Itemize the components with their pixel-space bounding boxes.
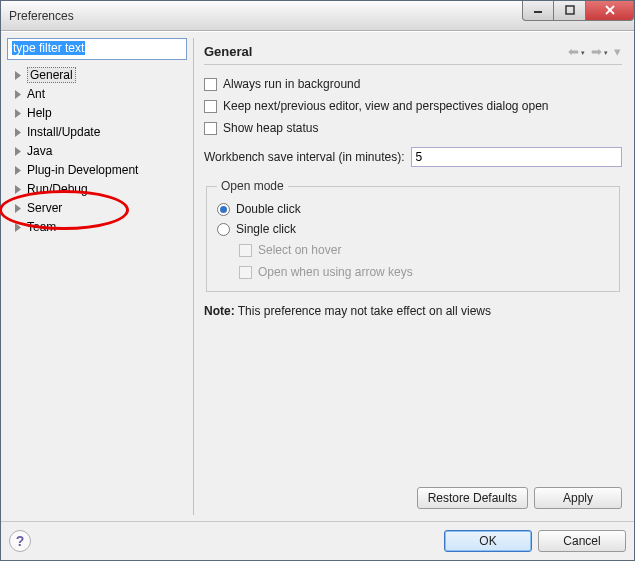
svg-marker-9 <box>15 166 21 175</box>
ok-button[interactable]: OK <box>444 530 532 552</box>
svg-marker-5 <box>15 90 21 99</box>
open-mode-group: Open mode Double click Single click Sele… <box>206 179 620 292</box>
svg-marker-8 <box>15 147 21 156</box>
radio-single-click[interactable]: Single click <box>217 219 609 239</box>
divider <box>204 64 622 65</box>
svg-marker-12 <box>15 223 21 232</box>
minimize-button[interactable] <box>522 1 554 21</box>
note-label: Note: <box>204 304 235 318</box>
help-icon[interactable]: ? <box>9 530 31 552</box>
check-label: Select on hover <box>258 243 341 257</box>
check-show-heap[interactable]: Show heap status <box>204 119 622 137</box>
check-keep-next-prev[interactable]: Keep next/previous editor, view and pers… <box>204 97 622 115</box>
tree-item-general[interactable]: General <box>7 66 187 84</box>
tree-label: Help <box>27 106 52 120</box>
category-tree[interactable]: General Ant Help Install/Update Java <box>7 64 187 515</box>
restore-defaults-button[interactable]: Restore Defaults <box>417 487 528 509</box>
radio-icon <box>217 203 230 216</box>
nav-back-icon[interactable]: ⬅ <box>567 44 586 59</box>
expander-icon[interactable] <box>13 70 23 80</box>
svg-marker-10 <box>15 185 21 194</box>
nav-icons: ⬅ ➡ ▾ <box>567 44 622 59</box>
dialog-body: type filter text General Ant Help Insta <box>1 31 634 521</box>
tree-label: Run/Debug <box>27 182 88 196</box>
expander-icon[interactable] <box>13 203 23 213</box>
footer: ? OK Cancel <box>1 521 634 560</box>
checkbox-icon <box>239 266 252 279</box>
tree-item-ant[interactable]: Ant <box>7 85 187 103</box>
expander-icon[interactable] <box>13 108 23 118</box>
check-label: Keep next/previous editor, view and pers… <box>223 99 549 113</box>
close-button[interactable] <box>586 1 634 21</box>
note-text: This preference may not take effect on a… <box>235 304 491 318</box>
checkbox-icon <box>239 244 252 257</box>
save-interval-input[interactable]: 5 <box>411 147 622 167</box>
save-interval-row: Workbench save interval (in minutes): 5 <box>204 147 622 167</box>
page-buttons: Restore Defaults Apply <box>204 487 622 509</box>
svg-marker-4 <box>15 71 21 80</box>
expander-icon[interactable] <box>13 127 23 137</box>
check-always-run-bg[interactable]: Always run in background <box>204 75 622 93</box>
expander-icon[interactable] <box>13 89 23 99</box>
check-label: Show heap status <box>223 121 318 135</box>
svg-marker-7 <box>15 128 21 137</box>
radio-label: Single click <box>236 222 296 236</box>
nav-forward-icon[interactable]: ➡ <box>590 44 609 59</box>
cancel-button[interactable]: Cancel <box>538 530 626 552</box>
titlebar: Preferences <box>1 1 634 31</box>
tree-pane: type filter text General Ant Help Insta <box>7 38 187 515</box>
close-icon <box>604 5 616 15</box>
apply-button[interactable]: Apply <box>534 487 622 509</box>
footer-buttons: OK Cancel <box>444 530 626 552</box>
tree-label: Team <box>27 220 56 234</box>
tree-item-install-update[interactable]: Install/Update <box>7 123 187 141</box>
filter-input[interactable]: type filter text <box>7 38 187 60</box>
check-select-on-hover: Select on hover <box>239 241 609 259</box>
window-controls <box>522 1 634 21</box>
button-label: Cancel <box>563 534 600 548</box>
expander-icon[interactable] <box>13 184 23 194</box>
tree-label: Server <box>27 201 62 215</box>
check-label: Always run in background <box>223 77 360 91</box>
note-row: Note: This preference may not take effec… <box>204 304 622 318</box>
tree-label: General <box>27 67 76 83</box>
tree-item-java[interactable]: Java <box>7 142 187 160</box>
tree-item-team[interactable]: Team <box>7 218 187 236</box>
form: Always run in background Keep next/previ… <box>204 75 622 509</box>
radio-icon <box>217 223 230 236</box>
filter-input-text: type filter text <box>12 41 85 55</box>
maximize-icon <box>565 5 575 15</box>
tree-label: Plug-in Development <box>27 163 138 177</box>
svg-rect-1 <box>566 6 574 14</box>
tree-item-help[interactable]: Help <box>7 104 187 122</box>
checkbox-icon <box>204 122 217 135</box>
window-title: Preferences <box>9 9 74 23</box>
spacer <box>204 322 622 477</box>
content-header: General ⬅ ➡ ▾ <box>204 38 622 64</box>
tree-item-plugin-dev[interactable]: Plug-in Development <box>7 161 187 179</box>
check-label: Open when using arrow keys <box>258 265 413 279</box>
single-click-subopts: Select on hover Open when using arrow ke… <box>217 241 609 281</box>
svg-marker-6 <box>15 109 21 118</box>
button-label: Apply <box>563 491 593 505</box>
tree-label: Ant <box>27 87 45 101</box>
expander-icon[interactable] <box>13 165 23 175</box>
tree-item-server[interactable]: Server <box>7 199 187 217</box>
nav-menu-icon[interactable]: ▾ <box>613 44 622 59</box>
content-pane: General ⬅ ➡ ▾ Always run in background K… <box>193 38 628 515</box>
minimize-icon <box>533 5 543 15</box>
button-label: Restore Defaults <box>428 491 517 505</box>
tree-item-run-debug[interactable]: Run/Debug <box>7 180 187 198</box>
svg-marker-11 <box>15 204 21 213</box>
save-interval-label: Workbench save interval (in minutes): <box>204 150 405 164</box>
expander-icon[interactable] <box>13 146 23 156</box>
tree-label: Java <box>27 144 52 158</box>
checkbox-icon <box>204 100 217 113</box>
preferences-dialog: Preferences type filter text General <box>0 0 635 561</box>
expander-icon[interactable] <box>13 222 23 232</box>
button-label: OK <box>479 534 496 548</box>
radio-double-click[interactable]: Double click <box>217 199 609 219</box>
checkbox-icon <box>204 78 217 91</box>
maximize-button[interactable] <box>554 1 586 21</box>
radio-label: Double click <box>236 202 301 216</box>
